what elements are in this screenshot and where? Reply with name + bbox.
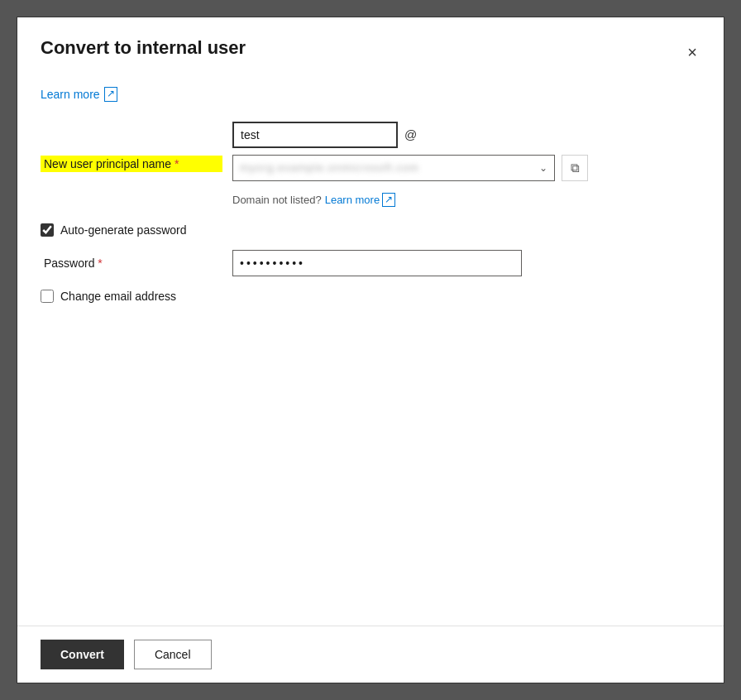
upn-container: @ myorg.example.onmicrosoft.com ⌄ ⧉ Doma… [232,122,588,208]
password-input[interactable] [232,250,522,276]
domain-dropdown-text: myorg.example.onmicrosoft.com [240,161,419,174]
dialog-footer: Convert Cancel [17,626,724,683]
auto-generate-label[interactable]: Auto-generate password [60,223,187,237]
learn-more-top-label: Learn more [41,88,100,101]
password-form-row: Password * [41,250,700,276]
copy-button[interactable]: ⧉ [562,155,588,181]
domain-row: myorg.example.onmicrosoft.com ⌄ ⧉ [232,155,588,181]
auto-generate-checkbox[interactable] [41,223,54,237]
at-sign: @ [404,127,417,141]
password-label: Password * [41,255,222,271]
upn-label: New user principal name * [41,156,222,172]
close-button[interactable]: × [684,41,700,64]
dialog-body: Learn more ↗ New user principal name * @… [17,77,724,626]
learn-more-top-link[interactable]: Learn more ↗ [41,87,700,102]
change-email-checkbox[interactable] [41,290,54,303]
dialog-title: Convert to internal user [41,37,246,59]
domain-dropdown[interactable]: myorg.example.onmicrosoft.com ⌄ [232,155,555,181]
upn-form-row: New user principal name * @ myorg.exampl… [41,122,700,208]
change-email-row: Change email address [41,290,700,303]
chevron-down-icon: ⌄ [539,162,547,174]
copy-icon: ⧉ [571,161,580,175]
upn-required: * [174,157,179,170]
domain-not-listed-row: Domain not listed? Learn more ↗ [232,193,588,208]
upn-prefix-input[interactable] [232,122,398,148]
domain-not-listed-text: Domain not listed? [232,194,322,206]
password-required: * [98,257,102,270]
cancel-button[interactable]: Cancel [134,640,212,669]
convert-button[interactable]: Convert [41,640,124,669]
domain-learn-more-link[interactable]: Learn more ↗ [325,193,395,208]
domain-external-link-icon: ↗ [382,193,395,208]
dialog-header: Convert to internal user × [17,17,724,77]
external-link-icon: ↗ [104,87,117,102]
auto-generate-row: Auto-generate password [41,223,700,237]
upn-prefix-row: @ [232,122,588,148]
domain-learn-more-label: Learn more [325,194,380,206]
convert-dialog: Convert to internal user × Learn more ↗ … [17,17,724,683]
change-email-label[interactable]: Change email address [60,290,176,303]
